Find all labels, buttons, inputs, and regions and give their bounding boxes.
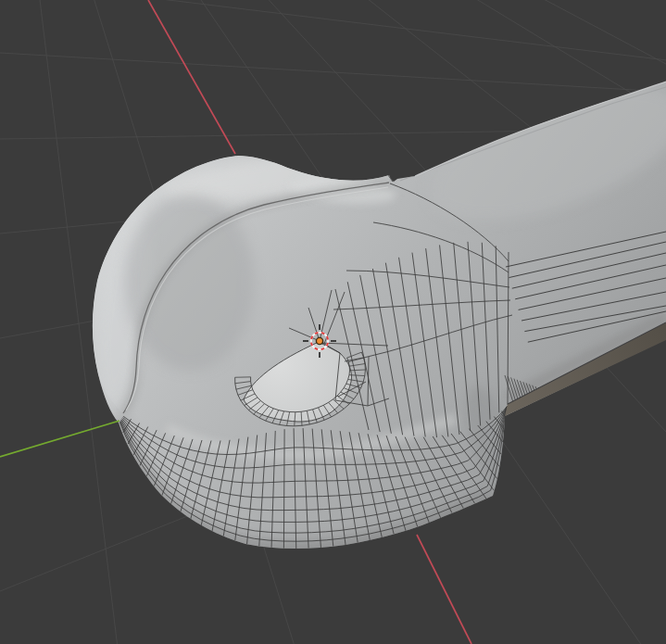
viewport-3d[interactable] [0,0,666,644]
object-origin-dot [316,337,322,344]
viewport-scene [0,0,666,644]
inner-shadow [125,195,255,371]
